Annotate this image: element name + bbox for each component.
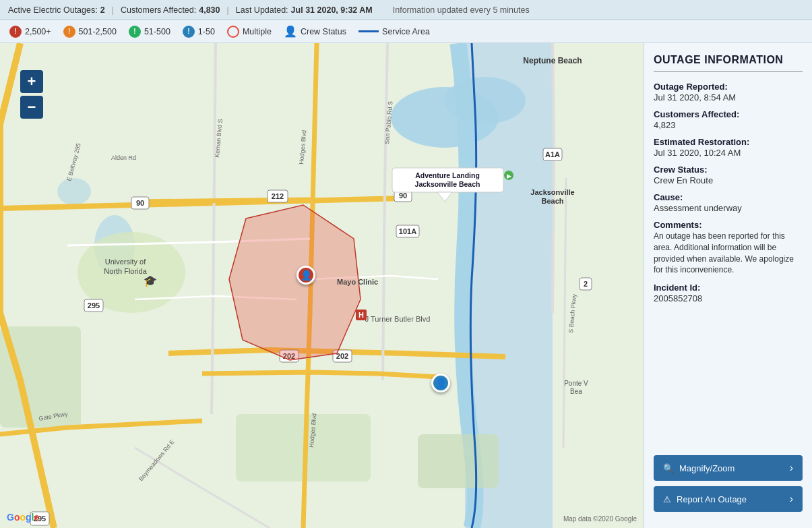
legend-1-50: ! 1-50	[183, 26, 215, 38]
update-interval: Information updated every 5 minutes	[393, 5, 530, 15]
svg-rect-6	[418, 434, 499, 488]
svg-text:Jacksonville: Jacksonville	[530, 188, 574, 196]
legend-2500plus-icon: !	[9, 26, 22, 38]
report-outage-label: Report An Outage	[677, 494, 747, 504]
legend-501-2500-label: 501-2,500	[79, 27, 117, 36]
svg-text:H: H	[358, 311, 364, 319]
customers-affected-row: Customers Affected: 4,823	[654, 109, 803, 130]
svg-rect-8	[0, 326, 81, 428]
crew-status-label: Crew Status:	[654, 165, 803, 175]
svg-text:J Turner Butler Blvd: J Turner Butler Blvd	[365, 315, 431, 323]
report-outage-button[interactable]: ⚠ Report An Outage ›	[654, 486, 803, 512]
top-bar: Active Electric Outages: 2 | Customers A…	[0, 0, 812, 20]
comments-label: Comments:	[654, 220, 803, 230]
report-outage-icon: ⚠	[663, 494, 671, 504]
svg-text:Neptune Beach: Neptune Beach	[523, 56, 582, 65]
estimated-restoration-value: Jul 31 2020, 10:24 AM	[654, 148, 803, 158]
customers-affected-value: 4,830	[199, 5, 220, 15]
crew-marker-main[interactable]: 👤	[296, 266, 315, 285]
svg-text:Jacksonville Beach: Jacksonville Beach	[415, 180, 480, 188]
svg-text:🎓: 🎓	[144, 274, 157, 287]
outage-reported-label: Outage Reported:	[654, 82, 803, 92]
svg-text:A1A: A1A	[545, 150, 560, 158]
cause-value: Assessment underway	[654, 203, 803, 213]
outage-info-title: OUTAGE INFORMATION	[654, 54, 803, 66]
legend-multiple-icon	[227, 26, 239, 38]
crew-status-value: Crew En Route	[654, 175, 803, 185]
outage-reported-row: Outage Reported: Jul 31 2020, 8:54 AM	[654, 82, 803, 102]
legend-crew-status: 👤 Crew Status	[284, 25, 346, 38]
last-updated-label: Last Updated:	[236, 5, 288, 15]
customers-affected-label: Customers Affected:	[121, 5, 196, 15]
svg-text:Adventure Landing: Adventure Landing	[415, 171, 480, 179]
svg-text:212: 212	[272, 192, 284, 200]
legend-service-area-label: Service Area	[382, 27, 430, 36]
zoom-out-button[interactable]: −	[20, 96, 43, 119]
legend-2500plus: ! 2,500+	[9, 26, 51, 38]
estimated-restoration-row: Estimated Restoration: Jul 31 2020, 10:2…	[654, 137, 803, 158]
svg-text:90: 90	[399, 192, 407, 200]
incident-id-label: Incident Id:	[654, 283, 803, 293]
svg-text:North Florida: North Florida	[104, 267, 147, 275]
customers-affected-label: Customers Affected:	[654, 109, 803, 119]
svg-text:Alden Rd: Alden Rd	[111, 154, 136, 161]
comments-row: Comments: An outage has been reported fo…	[654, 220, 803, 276]
legend-51-500-label: 51-500	[144, 27, 170, 36]
crew-marker-secondary[interactable]: 👤	[431, 374, 450, 392]
main-content: 90 212 90 101A A1A 295 295 202 202 2	[0, 43, 812, 528]
legend-51-500: ! 51-500	[129, 26, 170, 38]
legend-501-2500: ! 501-2,500	[63, 26, 117, 38]
incident-id-row: Incident Id: 2005852708	[654, 283, 803, 303]
legend-service-area: Service Area	[358, 27, 430, 36]
svg-point-3	[445, 77, 526, 124]
legend-1-50-icon: !	[183, 26, 195, 38]
customers-affected-value: 4,823	[654, 120, 803, 130]
cause-label: Cause:	[654, 192, 803, 202]
svg-text:101A: 101A	[399, 227, 416, 235]
svg-text:90: 90	[136, 199, 144, 207]
magnify-zoom-label: Magnify/Zoom	[679, 463, 735, 473]
svg-text:202: 202	[336, 352, 348, 360]
zoom-controls: + −	[20, 70, 43, 119]
google-logo: Google	[7, 512, 39, 523]
legend-multiple-label: Multiple	[243, 27, 272, 36]
service-area-icon	[358, 30, 379, 32]
cause-row: Cause: Assessment underway	[654, 192, 803, 213]
legend-crew-status-label: Crew Status	[301, 27, 346, 36]
svg-text:Beach: Beach	[541, 197, 563, 205]
last-updated-value: Jul 31 2020, 9:32 AM	[291, 5, 373, 15]
svg-text:Mayo Clinic: Mayo Clinic	[337, 278, 378, 286]
legend-501-2500-icon: !	[63, 26, 75, 38]
legend-multiple: Multiple	[227, 26, 272, 38]
magnify-zoom-button[interactable]: 🔍 Magnify/Zoom ›	[654, 455, 803, 481]
legend-51-500-icon: !	[129, 26, 141, 38]
crew-status-row: Crew Status: Crew En Route	[654, 165, 803, 185]
map-area[interactable]: 90 212 90 101A A1A 295 295 202 202 2	[0, 43, 644, 528]
map-data-text: Map data ©2020 Google	[563, 515, 637, 523]
crew-status-icon: 👤	[284, 25, 297, 38]
svg-text:▶: ▶	[507, 173, 511, 179]
map-svg: 90 212 90 101A A1A 295 295 202 202 2	[0, 43, 644, 528]
outage-reported-value: Jul 31 2020, 8:54 AM	[654, 92, 803, 102]
legend-1-50-label: 1-50	[198, 27, 215, 36]
estimated-restoration-label: Estimated Restoration:	[654, 137, 803, 147]
svg-text:University of: University of	[105, 258, 146, 266]
svg-text:2: 2	[584, 280, 588, 288]
svg-text:Ponte V: Ponte V	[564, 380, 588, 387]
report-outage-chevron: ›	[790, 493, 793, 505]
magnify-zoom-chevron: ›	[790, 462, 793, 474]
legend-bar: ! 2,500+ ! 501-2,500 ! 51-500 ! 1-50 Mul…	[0, 20, 812, 43]
svg-point-5	[57, 178, 91, 205]
panel-divider	[654, 71, 803, 72]
incident-id-value: 2005852708	[654, 293, 803, 303]
zoom-in-button[interactable]: +	[20, 70, 43, 93]
active-outages-value: 2	[100, 5, 105, 15]
right-panel: OUTAGE INFORMATION Outage Reported: Jul …	[644, 43, 812, 528]
active-outages-label: Active Electric Outages:	[8, 5, 98, 15]
svg-text:295: 295	[88, 301, 100, 310]
magnify-zoom-icon: 🔍	[663, 463, 674, 473]
svg-text:Bea: Bea	[570, 388, 582, 395]
comments-value: An outage has been reported for this are…	[654, 231, 803, 276]
legend-2500plus-label: 2,500+	[25, 27, 51, 36]
